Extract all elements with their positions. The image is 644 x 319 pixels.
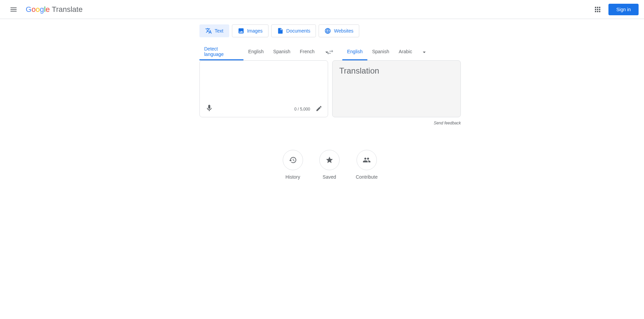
mode-tabs: Text Images Documents Websites xyxy=(199,24,461,37)
microphone-button[interactable] xyxy=(205,104,213,114)
tab-images-label: Images xyxy=(247,28,263,34)
source-textarea[interactable] xyxy=(207,66,321,97)
star-icon xyxy=(325,156,334,164)
header-left: Google Translate xyxy=(5,1,83,18)
send-feedback-link[interactable]: Send feedback xyxy=(199,121,461,125)
target-panel: English Spanish Arabic xyxy=(330,44,461,60)
header: Google Translate Sign in xyxy=(0,0,644,19)
target-output-box: Translation xyxy=(332,60,461,117)
contribute-label: Contribute xyxy=(356,174,378,180)
saved-label: Saved xyxy=(323,174,336,180)
apps-icon[interactable] xyxy=(589,1,606,18)
keyboard-button[interactable] xyxy=(316,104,322,114)
target-lang-spanish[interactable]: Spanish xyxy=(367,44,394,60)
tab-text[interactable]: Text xyxy=(199,24,229,37)
swap-languages-button[interactable] xyxy=(323,45,337,59)
tab-text-label: Text xyxy=(215,28,223,34)
image-icon xyxy=(238,27,244,34)
source-lang-french[interactable]: French xyxy=(295,44,319,60)
target-lang-arabic[interactable]: Arabic xyxy=(394,44,417,60)
chevron-down-icon[interactable] xyxy=(421,49,428,56)
contribute-button[interactable]: Contribute xyxy=(356,150,378,180)
header-right: Sign in xyxy=(589,1,639,18)
tab-documents-label: Documents xyxy=(286,28,310,34)
source-lang-spanish[interactable]: Spanish xyxy=(269,44,295,60)
logo[interactable]: Google Translate xyxy=(26,5,83,14)
translate-area: Detect language English Spanish French E… xyxy=(199,44,461,60)
source-lang-row: Detect language English Spanish French xyxy=(199,44,330,60)
app-title: Translate xyxy=(52,5,83,14)
bottom-actions: History Saved Contribute xyxy=(199,150,461,180)
microphone-icon xyxy=(205,104,213,112)
tab-websites-label: Websites xyxy=(334,28,353,34)
target-lang-english[interactable]: English xyxy=(342,44,367,60)
tab-websites[interactable]: Websites xyxy=(319,24,359,37)
source-lang-detect[interactable]: Detect language xyxy=(199,44,243,60)
pencil-icon xyxy=(316,105,322,112)
signin-button[interactable]: Sign in xyxy=(608,4,639,15)
input-footer: 0 / 5,000 xyxy=(205,104,322,114)
history-icon xyxy=(289,156,297,164)
target-lang-row: English Spanish Arabic xyxy=(330,44,461,60)
menu-icon[interactable] xyxy=(5,1,22,18)
source-input-box: 0 / 5,000 xyxy=(199,60,328,117)
people-icon xyxy=(363,156,371,164)
saved-button[interactable]: Saved xyxy=(319,150,340,180)
translate-icon xyxy=(205,27,212,34)
history-label: History xyxy=(285,174,300,180)
panels-row: 0 / 5,000 Translation xyxy=(199,60,461,117)
source-lang-english[interactable]: English xyxy=(243,44,269,60)
globe-icon xyxy=(324,27,331,34)
history-button[interactable]: History xyxy=(283,150,303,180)
main-container: Text Images Documents Websites Detect la… xyxy=(92,19,552,180)
translation-placeholder: Translation xyxy=(339,66,454,76)
char-count: 0 / 5,000 xyxy=(294,107,310,112)
footer-right: 0 / 5,000 xyxy=(294,104,322,114)
document-icon xyxy=(277,27,284,34)
source-panel: Detect language English Spanish French xyxy=(199,44,330,60)
tab-documents[interactable]: Documents xyxy=(271,24,316,37)
tab-images[interactable]: Images xyxy=(232,24,269,37)
swap-icon xyxy=(326,48,334,56)
